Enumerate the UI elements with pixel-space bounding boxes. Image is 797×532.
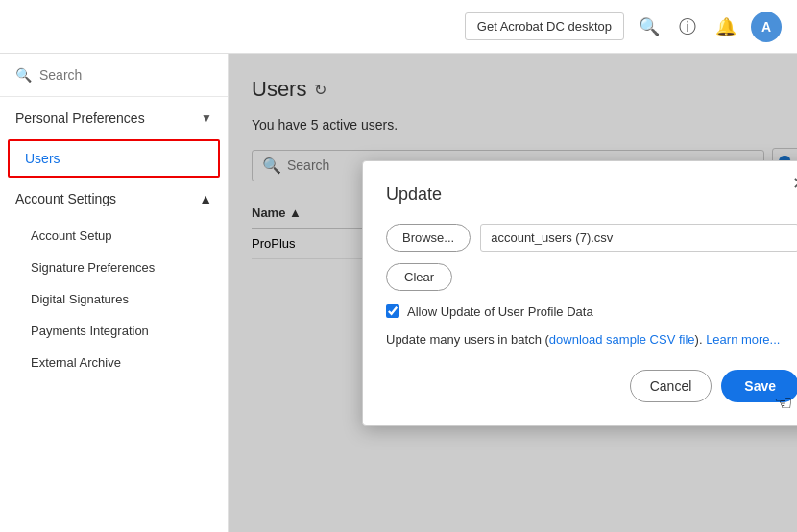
notification-icon[interactable]: 🔔 <box>712 13 739 40</box>
help-icon[interactable]: ⓘ <box>674 13 701 40</box>
modal-file-row: Browse... <box>386 224 797 252</box>
modal-info-text: Update many users in batch (download sam… <box>386 332 797 347</box>
modal-close-button[interactable]: ✕ <box>792 173 797 194</box>
search-icon[interactable]: 🔍 <box>636 13 663 40</box>
info-text-after: ). <box>695 332 707 347</box>
sidebar-search-container: 🔍 <box>0 54 228 97</box>
topbar: Get Acrobat DC desktop 🔍 ⓘ 🔔 A <box>0 0 797 54</box>
chevron-up-icon: ▲ <box>199 191 212 206</box>
save-button[interactable]: Save <box>721 370 797 402</box>
browse-button[interactable]: Browse... <box>386 224 471 252</box>
sidebar-item-account-setup[interactable]: Account Setup <box>0 220 228 252</box>
users-label: Users <box>25 151 60 166</box>
learn-more-link[interactable]: Learn more... <box>706 332 780 347</box>
sidebar-item-payments-integration[interactable]: Payments Integration <box>0 315 228 347</box>
sidebar-item-digital-signatures[interactable]: Digital Signatures <box>0 283 228 315</box>
account-settings-label: Account Settings <box>15 191 116 206</box>
download-csv-link[interactable]: download sample CSV file <box>549 332 695 347</box>
personal-preferences-label: Personal Preferences <box>15 110 145 126</box>
avatar[interactable]: A <box>751 12 782 42</box>
cancel-button[interactable]: Cancel <box>630 370 712 402</box>
file-input[interactable] <box>480 224 797 252</box>
modal-footer: Cancel Save <box>386 370 797 402</box>
update-modal: Update ✕ Browse... Clear Allow Update of… <box>362 160 797 426</box>
main-content: Users ↻ You have 5 active users. 🔍 👤+ ✎ … <box>229 54 797 532</box>
modal-overlay: Update ✕ Browse... Clear Allow Update of… <box>229 54 797 532</box>
allow-update-checkbox[interactable] <box>386 304 399 318</box>
sidebar-account-settings-header[interactable]: Account Settings ▲ <box>0 178 228 220</box>
sidebar: 🔍 Personal Preferences ▼ Users Account S… <box>0 54 229 532</box>
sidebar-account-settings-section: Account Settings ▲ Account Setup Signatu… <box>0 178 228 378</box>
sidebar-item-signature-preferences[interactable]: Signature Preferences <box>0 252 228 283</box>
sidebar-item-external-archive[interactable]: External Archive <box>0 347 228 378</box>
modal-title: Update <box>386 184 797 205</box>
sidebar-personal-preferences[interactable]: Personal Preferences ▼ <box>0 97 228 139</box>
clear-button[interactable]: Clear <box>386 263 452 291</box>
sidebar-search-input[interactable] <box>39 67 212 83</box>
info-text-before: Update many users in batch ( <box>386 332 549 347</box>
layout: 🔍 Personal Preferences ▼ Users Account S… <box>0 54 797 532</box>
allow-update-label: Allow Update of User Profile Data <box>407 304 593 319</box>
sidebar-item-users[interactable]: Users <box>8 139 220 178</box>
allow-update-checkbox-row: Allow Update of User Profile Data <box>386 304 797 319</box>
sidebar-search-icon: 🔍 <box>15 67 32 83</box>
chevron-down-icon: ▼ <box>201 111 212 125</box>
get-acrobat-button[interactable]: Get Acrobat DC desktop <box>465 12 624 40</box>
